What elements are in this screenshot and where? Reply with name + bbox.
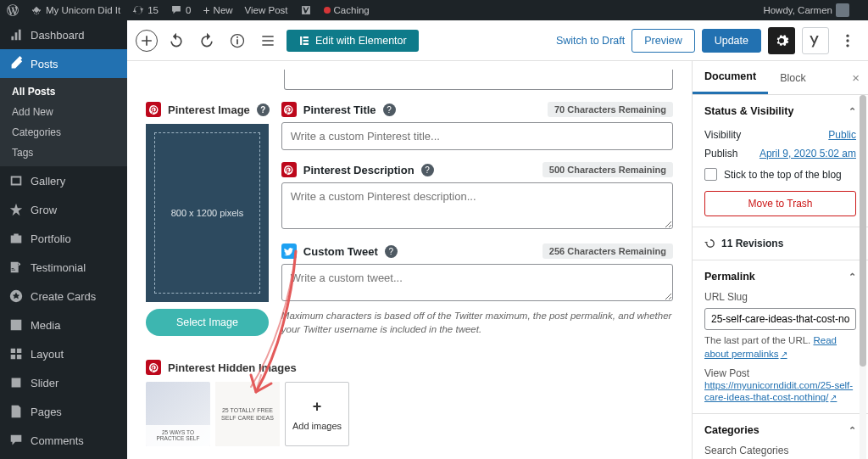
categories-heading[interactable]: Categories⌃ bbox=[704, 424, 856, 436]
add-images-button[interactable]: + Add images bbox=[285, 382, 349, 446]
help-icon[interactable]: ? bbox=[421, 164, 434, 176]
custom-tweet-section: Custom Tweet ? 256 Characters Remaining … bbox=[281, 243, 673, 336]
cache-status[interactable]: Caching bbox=[324, 5, 370, 15]
avatar bbox=[836, 3, 849, 17]
add-images-label: Add images bbox=[292, 421, 342, 431]
permalink-panel: Permalink⌃ URL Slug The last part of the… bbox=[693, 260, 868, 414]
title-char-count: 70 Characters Remaining bbox=[548, 102, 673, 117]
image-dims-label: 800 x 1200 pixels bbox=[171, 208, 244, 218]
submenu-all-posts[interactable]: All Posts bbox=[0, 81, 127, 102]
new-content[interactable]: +New bbox=[203, 3, 232, 17]
tweet-char-count: 256 Characters Remaining bbox=[542, 243, 673, 259]
settings-gear-button[interactable] bbox=[768, 27, 795, 54]
pinterest-image-label: Pinterest Image bbox=[168, 104, 250, 116]
tweet-label: Custom Tweet bbox=[303, 245, 378, 258]
add-block-button[interactable] bbox=[136, 30, 158, 52]
menu-media[interactable]: Media bbox=[0, 311, 127, 339]
sidebar-scrollbar[interactable] bbox=[860, 95, 866, 459]
menu-layout[interactable]: Layout bbox=[0, 339, 127, 368]
tweet-note: Maximum characters is based off of the T… bbox=[281, 309, 673, 336]
stick-checkbox[interactable] bbox=[704, 168, 717, 181]
menu-portfolio[interactable]: Portfolio bbox=[0, 224, 127, 253]
menu-comments[interactable]: Comments bbox=[0, 426, 127, 455]
more-options-button[interactable] bbox=[836, 29, 860, 53]
move-trash-button[interactable]: Move to Trash bbox=[704, 191, 856, 216]
publish-date[interactable]: April 9, 2020 5:02 am bbox=[760, 148, 856, 160]
pinterest-icon bbox=[146, 102, 161, 117]
updates[interactable]: 15 bbox=[132, 4, 159, 16]
stick-label: Stick to the top of the blog bbox=[724, 169, 842, 181]
hidden-image-thumb[interactable]: 25 WAYS TO PRACTICE SELF bbox=[146, 382, 210, 446]
comments-count[interactable]: 0 bbox=[170, 4, 191, 16]
svg-point-1 bbox=[846, 34, 849, 36]
slug-input[interactable] bbox=[704, 308, 856, 330]
permalink-url[interactable]: https://myunicorndidit.com/25-self-care-… bbox=[704, 380, 853, 402]
tab-document[interactable]: Document bbox=[693, 61, 768, 94]
menu-testimonial[interactable]: Testimonial bbox=[0, 253, 127, 282]
update-button[interactable]: Update bbox=[702, 29, 761, 53]
submenu-add-new[interactable]: Add New bbox=[0, 102, 127, 122]
info-button[interactable] bbox=[225, 29, 249, 53]
menu-gallery[interactable]: Gallery bbox=[0, 166, 127, 195]
site-name[interactable]: My Unicorn Did It bbox=[31, 4, 120, 16]
submenu-categories[interactable]: Categories bbox=[0, 122, 127, 143]
svg-point-3 bbox=[846, 44, 849, 47]
user-greeting[interactable]: Howdy, Carmen bbox=[763, 3, 849, 17]
yoast-sidebar-button[interactable] bbox=[802, 27, 829, 54]
pinterest-image-box[interactable]: 800 x 1200 pixels bbox=[146, 124, 269, 302]
menu-pages[interactable]: Pages bbox=[0, 397, 127, 426]
tab-block[interactable]: Block bbox=[768, 61, 818, 94]
visibility-label: Visibility bbox=[704, 129, 741, 141]
pinterest-title-input[interactable] bbox=[281, 122, 673, 150]
slug-help-text: The last part of the URL. bbox=[704, 335, 813, 345]
desc-char-count: 500 Characters Remaining bbox=[542, 162, 673, 177]
search-cat-label: Search Categories bbox=[704, 445, 856, 456]
tweet-input[interactable] bbox=[281, 264, 673, 301]
menu-slider[interactable]: Slider bbox=[0, 368, 127, 397]
status-visibility-panel: Status & Visibility⌃ VisibilityPublic Pu… bbox=[693, 95, 868, 227]
wp-logo[interactable] bbox=[7, 4, 19, 16]
permalink-heading[interactable]: Permalink⌃ bbox=[704, 271, 856, 283]
publish-label: Publish bbox=[704, 148, 737, 160]
help-icon[interactable]: ? bbox=[385, 245, 398, 258]
pinterest-icon bbox=[281, 102, 297, 117]
outline-button[interactable] bbox=[256, 29, 280, 53]
status-heading[interactable]: Status & Visibility⌃ bbox=[704, 105, 856, 117]
pinterest-title-section: Pinterest Title ? 70 Characters Remainin… bbox=[281, 102, 673, 150]
pinterest-image-panel: Pinterest Image ? 800 x 1200 pixels Sele… bbox=[146, 102, 270, 336]
pinterest-desc-input[interactable] bbox=[281, 182, 673, 229]
menu-create-cards[interactable]: Create Cards bbox=[0, 282, 127, 311]
pinterest-desc-section: Pinterest Description ? 500 Characters R… bbox=[281, 162, 673, 232]
switch-draft-link[interactable]: Switch to Draft bbox=[556, 35, 625, 47]
view-post-label: View Post bbox=[704, 367, 856, 379]
pinterest-desc-label: Pinterest Description bbox=[303, 164, 415, 176]
menu-posts-submenu: All Posts Add New Categories Tags bbox=[0, 78, 127, 166]
menu-woocommerce[interactable]: WooCommerce bbox=[0, 455, 127, 459]
help-icon[interactable]: ? bbox=[383, 104, 396, 116]
twitter-icon bbox=[281, 243, 297, 259]
yoast-icon[interactable] bbox=[300, 4, 312, 16]
preview-button[interactable]: Preview bbox=[632, 29, 694, 53]
hidden-image-thumb[interactable]: 25 TOTALLY FREE SELF CARE IDEAS bbox=[215, 382, 280, 446]
menu-dashboard[interactable]: Dashboard bbox=[0, 20, 127, 49]
select-image-button[interactable]: Select Image bbox=[146, 309, 269, 336]
categories-panel: Categories⌃ Search Categories How To bbox=[693, 414, 868, 459]
redo-button[interactable] bbox=[195, 29, 219, 53]
settings-tabs: Document Block × bbox=[693, 61, 868, 95]
pinterest-icon bbox=[146, 360, 161, 375]
pinterest-icon bbox=[281, 162, 297, 177]
view-post-link[interactable]: View Post bbox=[245, 5, 288, 15]
hidden-images-label: Pinterest Hidden Images bbox=[168, 361, 297, 374]
menu-grow[interactable]: Grow bbox=[0, 195, 127, 224]
help-icon[interactable]: ? bbox=[257, 104, 270, 116]
close-sidebar-button[interactable]: × bbox=[843, 61, 868, 94]
slug-label: URL Slug bbox=[704, 291, 856, 303]
plus-icon: + bbox=[313, 398, 322, 416]
menu-posts[interactable]: Posts bbox=[0, 49, 127, 78]
visibility-value[interactable]: Public bbox=[828, 129, 856, 141]
edit-elementor-button[interactable]: Edit with Elementor bbox=[287, 30, 419, 52]
revisions-panel[interactable]: 11 Revisions bbox=[693, 227, 868, 260]
undo-button[interactable] bbox=[164, 29, 188, 53]
submenu-tags[interactable]: Tags bbox=[0, 143, 127, 163]
clipped-field[interactable] bbox=[284, 70, 673, 90]
